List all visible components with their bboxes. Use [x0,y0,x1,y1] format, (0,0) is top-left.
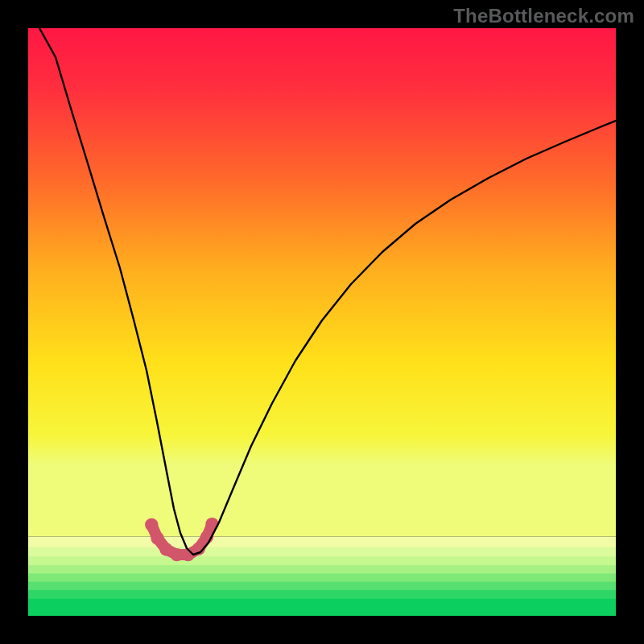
svg-rect-3 [28,565,616,574]
svg-rect-1 [28,547,616,558]
bottleneck-plot [28,28,616,616]
svg-rect-5 [28,582,616,591]
svg-rect-0 [28,537,616,548]
svg-rect-7 [28,599,616,616]
watermark-label: TheBottleneck.com [453,5,634,27]
svg-rect-6 [28,590,616,600]
svg-point-9 [151,531,163,544]
svg-rect-4 [28,573,616,582]
svg-point-8 [145,518,158,531]
gradient-background [28,28,616,537]
gradient-bottom-bands [28,537,616,617]
chart-frame: TheBottleneck.com [0,0,644,644]
svg-rect-2 [28,556,616,566]
